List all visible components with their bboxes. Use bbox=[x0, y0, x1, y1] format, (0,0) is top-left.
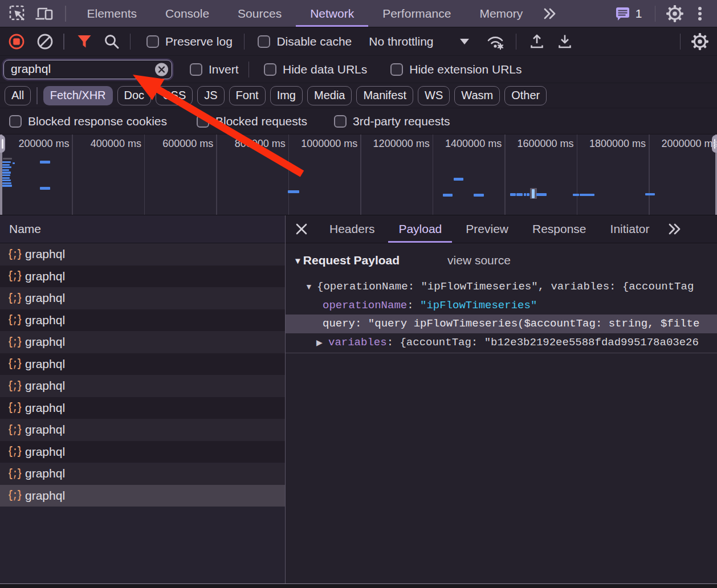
throttling-select[interactable]: No throttling bbox=[369, 35, 469, 48]
request-row[interactable]: {;}graphql bbox=[0, 441, 285, 463]
request-payload-section-header[interactable]: ▼ Request Payload view source bbox=[286, 252, 717, 268]
payload-row-root[interactable]: ▼{operationName: "ipFlowTimeseries", var… bbox=[286, 277, 717, 296]
main-tab-memory[interactable]: Memory bbox=[465, 0, 537, 27]
hide-data-urls-checkbox[interactable]: Hide data URLs bbox=[264, 63, 367, 76]
request-row[interactable]: {;}graphql bbox=[0, 287, 285, 309]
details-tab-initiator[interactable]: Initiator bbox=[598, 215, 662, 243]
filter-chip-img[interactable]: Img bbox=[270, 86, 303, 105]
filter-chip-wasm[interactable]: Wasm bbox=[454, 86, 500, 105]
payload-row-operationname[interactable]: operationName: "ipFlowTimeseries" bbox=[286, 296, 717, 315]
timeline-tick-label: 2000000 ms bbox=[661, 138, 717, 150]
kebab-menu-button[interactable] bbox=[687, 0, 712, 27]
filter-chip-doc[interactable]: Doc bbox=[117, 86, 152, 105]
inspect-element-button[interactable] bbox=[5, 0, 31, 27]
main-tab-console[interactable]: Console bbox=[151, 0, 223, 27]
filter-button[interactable] bbox=[72, 30, 97, 53]
timeline-tick-label: 600000 ms bbox=[162, 138, 213, 150]
close-icon bbox=[295, 223, 308, 235]
request-row[interactable]: {;}graphql bbox=[0, 353, 285, 375]
main-tab-performance[interactable]: Performance bbox=[368, 0, 465, 27]
payload-row-query[interactable]: query: "query ipFlowTimeseries($accountT… bbox=[286, 315, 717, 333]
filter-input[interactable] bbox=[3, 60, 172, 79]
toolbar-spacer bbox=[562, 0, 608, 27]
request-row[interactable]: {;}graphql bbox=[0, 309, 285, 332]
payload-key-separator: : bbox=[407, 299, 420, 312]
request-row[interactable]: {;}graphql bbox=[0, 331, 285, 353]
timeline-gridline bbox=[433, 134, 434, 215]
disable-cache-checkbox[interactable]: Disable cache bbox=[258, 35, 352, 48]
main-tab-sources[interactable]: Sources bbox=[223, 0, 296, 27]
request-row[interactable]: {;}graphql bbox=[0, 419, 285, 441]
fetch-xhr-icon: {;} bbox=[8, 489, 18, 502]
filter-chip-other[interactable]: Other bbox=[504, 86, 547, 105]
clear-filter-button[interactable] bbox=[155, 63, 168, 76]
close-details-button[interactable] bbox=[286, 215, 317, 243]
timeline-tick-label: 1600000 ms bbox=[518, 138, 574, 150]
filter-chip-js[interactable]: JS bbox=[197, 86, 224, 105]
network-settings-button[interactable] bbox=[687, 30, 712, 53]
main-tab-elements[interactable]: Elements bbox=[73, 0, 152, 27]
details-tab-headers[interactable]: Headers bbox=[317, 215, 386, 243]
payload-row-variables[interactable]: ▶variables: {accountTag: "b12e3b2192ee55… bbox=[286, 333, 717, 352]
import-har-button[interactable] bbox=[524, 30, 549, 53]
more-filters-bar: Blocked response cookiesBlocked requests… bbox=[0, 108, 717, 134]
details-tab-response[interactable]: Response bbox=[520, 215, 598, 243]
filter-chip-ws[interactable]: WS bbox=[418, 86, 450, 105]
request-name: graphql bbox=[25, 467, 65, 480]
overview-request-bar bbox=[40, 161, 50, 164]
request-row[interactable]: {;}graphql bbox=[0, 375, 285, 397]
more-tabs-button[interactable] bbox=[537, 0, 562, 27]
export-har-button[interactable] bbox=[552, 30, 577, 53]
window-bottom-edge bbox=[0, 583, 717, 588]
request-row[interactable]: {;}graphql bbox=[0, 397, 285, 419]
timeline-gridline bbox=[288, 134, 290, 215]
request-row[interactable]: {;}graphql bbox=[0, 266, 285, 288]
request-row[interactable]: {;}graphql bbox=[0, 485, 285, 507]
invert-checkbox[interactable]: Invert bbox=[190, 63, 239, 76]
blocked-requests-checkbox[interactable]: Blocked requests bbox=[197, 115, 307, 128]
more-details-tabs-button[interactable] bbox=[661, 215, 687, 243]
network-conditions-button[interactable] bbox=[483, 30, 508, 53]
device-toolbar-icon bbox=[35, 5, 53, 23]
overview-request-bar bbox=[527, 193, 529, 196]
toolbar-separator bbox=[248, 62, 250, 77]
checkbox-box bbox=[390, 63, 403, 76]
fetch-xhr-icon: {;} bbox=[8, 357, 18, 370]
view-source-link[interactable]: view source bbox=[447, 254, 511, 267]
filter-chip-manifest[interactable]: Manifest bbox=[356, 86, 413, 105]
checkbox-label: Hide data URLs bbox=[283, 63, 367, 76]
record-icon bbox=[8, 33, 25, 50]
filter-chip-fetch-xhr[interactable]: Fetch/XHR bbox=[43, 86, 113, 105]
fetch-xhr-icon: {;} bbox=[8, 336, 18, 349]
preserve-log-checkbox[interactable]: Preserve log bbox=[146, 35, 233, 48]
record-network-log-button[interactable] bbox=[4, 30, 29, 53]
details-tab-payload[interactable]: Payload bbox=[386, 215, 454, 243]
network-overview-timeline[interactable]: 200000 ms400000 ms600000 ms800000 ms1000… bbox=[0, 134, 717, 215]
hide-extension-urls-checkbox[interactable]: Hide extension URLs bbox=[390, 63, 522, 76]
blocked-response-cookies-checkbox[interactable]: Blocked response cookies bbox=[9, 115, 167, 128]
issues-count: 1 bbox=[635, 7, 642, 21]
filter-chip-font[interactable]: Font bbox=[229, 86, 266, 105]
request-row[interactable]: {;}graphql bbox=[0, 463, 285, 485]
filter-chip-css[interactable]: CSS bbox=[156, 86, 193, 105]
main-tab-network[interactable]: Network bbox=[296, 0, 368, 27]
name-column-header[interactable]: Name bbox=[0, 215, 285, 243]
3rd-party-requests-checkbox[interactable]: 3rd-party requests bbox=[334, 115, 450, 128]
request-row[interactable]: {;}graphql bbox=[0, 243, 285, 266]
settings-button[interactable] bbox=[662, 0, 687, 27]
clear-network-log-button[interactable] bbox=[32, 30, 58, 53]
issues-button[interactable]: 1 bbox=[608, 0, 648, 27]
filter-chip-all[interactable]: All bbox=[5, 86, 31, 105]
filter-bar: Invert Hide data URLs Hide extension URL… bbox=[0, 56, 717, 83]
details-tab-preview[interactable]: Preview bbox=[454, 215, 520, 243]
filter-chip-media[interactable]: Media bbox=[307, 86, 352, 105]
device-toolbar-button[interactable] bbox=[31, 0, 57, 27]
search-button[interactable] bbox=[99, 30, 124, 53]
payload-pane: ▼ Request Payload view source ▼{operatio… bbox=[286, 243, 717, 583]
overview-left-grip[interactable] bbox=[0, 135, 5, 153]
filter-funnel-icon bbox=[77, 35, 92, 48]
checkbox-box bbox=[258, 35, 270, 48]
download-icon bbox=[556, 33, 573, 50]
fetch-xhr-icon: {;} bbox=[8, 401, 18, 414]
request-name: graphql bbox=[25, 335, 65, 349]
